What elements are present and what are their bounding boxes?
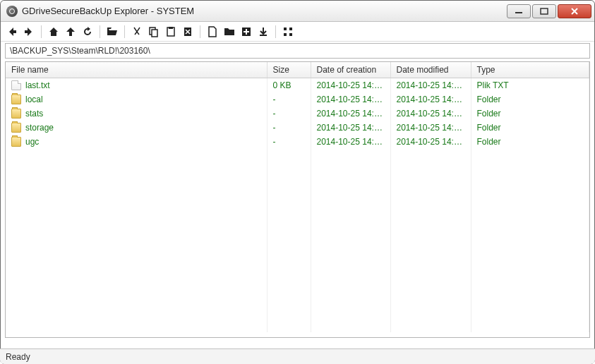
- svg-rect-5: [169, 27, 173, 29]
- new-folder-button[interactable]: [222, 25, 236, 39]
- empty-row: [6, 233, 589, 248]
- file-name: local: [25, 95, 43, 104]
- file-icon: [207, 26, 218, 37]
- minimize-icon: [515, 8, 523, 15]
- download-button[interactable]: [256, 25, 270, 39]
- file-table-container[interactable]: File name Size Date of creation Date mod…: [5, 61, 590, 338]
- column-header-modified[interactable]: Date modified: [390, 62, 471, 78]
- toolbar-separator: [100, 25, 100, 38]
- svg-rect-9: [284, 33, 287, 36]
- file-created: 2014-10-25 14:3...: [311, 78, 390, 92]
- svg-rect-10: [289, 28, 292, 30]
- file-modified: 2014-10-25 14:3...: [390, 135, 471, 149]
- file-created: 2014-10-25 14:3...: [311, 92, 390, 107]
- file-icon: [11, 80, 21, 90]
- maximize-icon: [540, 8, 548, 15]
- empty-row: [6, 205, 589, 219]
- paste-button[interactable]: [164, 25, 178, 39]
- svg-rect-0: [515, 12, 522, 13]
- path-input[interactable]: [5, 43, 590, 59]
- file-modified: 2014-10-25 14:3...: [390, 121, 471, 135]
- file-type: Plik TXT: [471, 78, 589, 92]
- toolbar-separator: [275, 25, 276, 38]
- titlebar: GDriveSecureBackUp Explorer - SYSTEM: [1, 1, 594, 22]
- plus-icon: [241, 26, 252, 37]
- grid-view-button[interactable]: [281, 25, 295, 39]
- close-button[interactable]: [558, 4, 591, 18]
- column-header-size[interactable]: Size: [267, 62, 311, 78]
- file-name: last.txt: [25, 80, 50, 90]
- empty-row: [6, 290, 589, 304]
- file-created: 2014-10-25 14:3...: [311, 121, 390, 135]
- copy-icon: [148, 26, 160, 37]
- app-icon: [6, 6, 18, 17]
- folder-icon: [224, 26, 235, 37]
- refresh-icon: [82, 26, 93, 37]
- empty-row: [6, 248, 589, 262]
- file-table: File name Size Date of creation Date mod…: [6, 62, 589, 332]
- empty-row: [6, 191, 589, 205]
- file-size: -: [267, 107, 311, 121]
- svg-rect-3: [152, 30, 157, 37]
- refresh-button[interactable]: [80, 25, 95, 39]
- open-button[interactable]: [105, 25, 119, 39]
- file-type: Folder: [471, 121, 589, 135]
- arrow-up-icon: [65, 26, 76, 37]
- file-size: 0 KB: [267, 78, 311, 92]
- empty-row: [6, 149, 589, 163]
- folder-open-icon: [107, 26, 118, 37]
- status-bar: Ready: [0, 348, 595, 364]
- column-header-type[interactable]: Type: [471, 62, 589, 78]
- address-bar: [5, 43, 590, 59]
- column-header-name[interactable]: File name: [6, 62, 267, 78]
- add-button[interactable]: [239, 25, 253, 39]
- file-type: Folder: [471, 135, 589, 149]
- close-icon: [570, 8, 579, 15]
- paste-icon: [165, 26, 176, 37]
- column-header-created[interactable]: Date of creation: [311, 62, 390, 78]
- empty-row: [6, 262, 589, 276]
- table-row[interactable]: storage-2014-10-25 14:3...2014-10-25 14:…: [6, 121, 589, 135]
- toolbar-separator: [200, 25, 200, 38]
- delete-icon: [182, 26, 193, 37]
- file-type: Folder: [471, 107, 589, 121]
- file-size: -: [267, 135, 311, 149]
- svg-rect-11: [289, 33, 292, 36]
- file-name: stats: [25, 109, 43, 119]
- svg-rect-8: [284, 28, 287, 30]
- file-created: 2014-10-25 14:3...: [311, 135, 390, 149]
- folder-icon: [11, 109, 21, 119]
- table-row[interactable]: local-2014-10-25 14:3...2014-10-25 14:3.…: [6, 92, 589, 107]
- copy-button[interactable]: [147, 25, 161, 39]
- empty-row: [6, 318, 589, 332]
- back-button[interactable]: [5, 25, 19, 39]
- empty-row: [6, 177, 589, 191]
- scissors-icon: [131, 26, 143, 37]
- file-name: storage: [25, 123, 54, 133]
- home-button[interactable]: [47, 25, 61, 39]
- minimize-button[interactable]: [507, 4, 531, 18]
- window-title: GDriveSecureBackUp Explorer - SYSTEM: [22, 6, 505, 16]
- file-modified: 2014-10-25 14:3...: [390, 92, 471, 107]
- file-size: -: [267, 121, 311, 135]
- table-row[interactable]: stats-2014-10-25 14:3...2014-10-25 14:3.…: [6, 107, 589, 121]
- svg-rect-1: [541, 8, 548, 14]
- file-size: -: [267, 92, 311, 107]
- empty-row: [6, 276, 589, 290]
- new-file-button[interactable]: [205, 25, 220, 39]
- delete-button[interactable]: [181, 25, 195, 39]
- empty-row: [6, 219, 589, 233]
- toolbar-separator: [41, 25, 42, 38]
- up-button[interactable]: [64, 25, 78, 39]
- toolbar-separator: [124, 25, 125, 38]
- file-type: Folder: [471, 92, 589, 107]
- empty-row: [6, 304, 589, 318]
- empty-row: [6, 163, 589, 177]
- toolbar: [1, 22, 594, 42]
- forward-button[interactable]: [22, 25, 36, 39]
- file-name: ugc: [25, 137, 39, 147]
- table-row[interactable]: ugc-2014-10-25 14:3...2014-10-25 14:3...…: [6, 135, 589, 149]
- table-row[interactable]: last.txt0 KB2014-10-25 14:3...2014-10-25…: [6, 78, 589, 92]
- cut-button[interactable]: [130, 25, 144, 39]
- maximize-button[interactable]: [532, 4, 556, 18]
